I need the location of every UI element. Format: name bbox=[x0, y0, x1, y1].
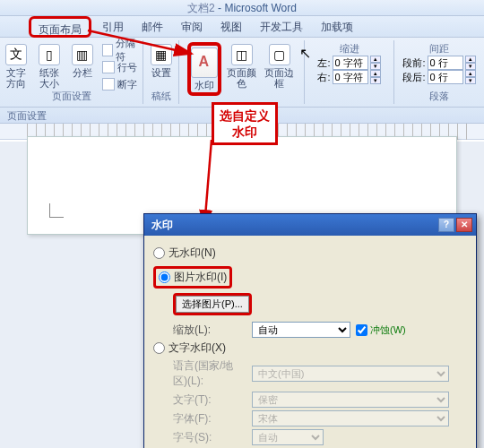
document-name: 文档2 bbox=[187, 2, 215, 14]
columns-icon: ▥ bbox=[72, 44, 93, 65]
lbl-spacing-after: 段后: bbox=[402, 71, 425, 84]
lbl-page-color: 页面颜色 bbox=[225, 67, 259, 89]
chk-washout[interactable]: 冲蚀(W) bbox=[356, 323, 406, 337]
lbl-spacing: 间距 bbox=[400, 42, 479, 56]
dialog-close-button[interactable]: ✕ bbox=[456, 218, 472, 232]
page-corner-mark bbox=[49, 203, 64, 218]
tab-view[interactable]: 视图 bbox=[212, 16, 251, 38]
btn-columns[interactable]: ▥ 分栏 bbox=[67, 42, 97, 92]
cursor-icon: ↖ bbox=[299, 45, 311, 62]
lbl-page-border: 页面边框 bbox=[263, 67, 297, 89]
select-font: 宋体 bbox=[252, 410, 449, 426]
indent-left: 左: ▴▾ bbox=[317, 56, 380, 70]
btn-paper-size[interactable]: ▯ 纸张大小 bbox=[34, 42, 64, 92]
page-border-icon: ▢ bbox=[269, 44, 290, 65]
btn-line-numbers[interactable]: 行号 bbox=[102, 59, 141, 75]
spin-down[interactable]: ▾ bbox=[370, 77, 381, 84]
row-scale: 缩放(L): 自动 冲蚀(W) bbox=[173, 322, 467, 338]
dialog-help-button[interactable]: ? bbox=[438, 218, 454, 232]
radio-picture-watermark-input[interactable] bbox=[159, 271, 170, 283]
lbl-paper-size: 纸张大小 bbox=[34, 67, 64, 89]
group-label-page-setup: 页面设置 bbox=[0, 90, 143, 103]
spin-down[interactable]: ▾ bbox=[370, 63, 381, 70]
lbl-watermark: 水印 bbox=[194, 80, 214, 90]
btn-text-direction[interactable]: 文 文字方向 bbox=[2, 42, 31, 92]
indent-right: 右: ▴▾ bbox=[317, 70, 380, 84]
tab-mailings[interactable]: 邮件 bbox=[133, 16, 172, 38]
select-picture-button[interactable]: 选择图片(P)... bbox=[176, 296, 249, 313]
radio-text-watermark-input[interactable] bbox=[153, 342, 165, 354]
dialog-body: 无水印(N) 图片水印(I) 选择图片(P)... 缩放(L): 自动 冲蚀(W… bbox=[144, 236, 476, 448]
lbl-columns: 分栏 bbox=[73, 67, 92, 78]
page-color-icon: ◫ bbox=[231, 44, 253, 65]
lbl-language: 语言(国家/地区)(L): bbox=[173, 358, 246, 389]
btn-watermark[interactable]: 水印 bbox=[187, 42, 221, 96]
lbl-spacing-before: 段前: bbox=[402, 56, 425, 70]
annotation-callout: 选自定义水印 bbox=[212, 102, 278, 145]
select-size: 自动 bbox=[252, 429, 324, 445]
ribbon-tabs: 页面布局 引用 邮件 审阅 视图 开发工具 加载项 bbox=[0, 16, 484, 38]
app-name: Microsoft Word bbox=[224, 2, 296, 14]
radio-picture-watermark[interactable]: 图片水印(I) bbox=[153, 266, 232, 289]
lbl-washout: 冲蚀(W) bbox=[370, 323, 406, 337]
chk-washout-input[interactable] bbox=[356, 324, 367, 336]
select-scale[interactable]: 自动 bbox=[252, 322, 350, 338]
btn-breaks[interactable]: 分隔符 bbox=[102, 42, 141, 58]
input-spacing-after[interactable] bbox=[428, 70, 463, 84]
spin-up[interactable]: ▴ bbox=[465, 70, 476, 77]
lbl-indent: 缩进 bbox=[310, 42, 388, 56]
breaks-icon bbox=[102, 44, 113, 56]
spacing-before: 段前: ▴▾ bbox=[402, 56, 475, 70]
group-draft: ▦ 设置 稿纸 bbox=[143, 40, 179, 104]
spin-up[interactable]: ▴ bbox=[370, 56, 381, 63]
tab-addins[interactable]: 加载项 bbox=[312, 16, 362, 38]
radio-text-watermark[interactable]: 文字水印(X) bbox=[153, 340, 467, 356]
group-spacing: 间距 段前: ▴▾ 段后: ▴▾ 段落 bbox=[394, 40, 484, 104]
watermark-icon bbox=[191, 47, 218, 78]
tab-developer[interactable]: 开发工具 bbox=[251, 16, 312, 38]
radio-no-watermark[interactable]: 无水印(N) bbox=[153, 246, 467, 261]
btn-page-border[interactable]: ▢ 页面边框 bbox=[263, 42, 297, 96]
select-text: 保密 bbox=[252, 392, 449, 408]
group-page-setup: 文 文字方向 ▯ 纸张大小 ▥ 分栏 分隔符 行号 断字 页面设置 bbox=[0, 40, 143, 104]
spin-down[interactable]: ▾ bbox=[465, 77, 476, 84]
lbl-no-watermark: 无水印(N) bbox=[169, 246, 216, 261]
spin-up[interactable]: ▴ bbox=[465, 56, 476, 63]
lbl-size: 字号(S): bbox=[173, 430, 246, 445]
tab-page-layout[interactable]: 页面布局 bbox=[29, 16, 91, 38]
dialog-title: 水印 bbox=[151, 218, 173, 233]
lbl-font: 字体(F): bbox=[173, 411, 246, 426]
radio-no-watermark-input[interactable] bbox=[153, 247, 165, 259]
lbl-text-watermark: 文字水印(X) bbox=[169, 340, 226, 356]
watermark-dialog: 水印 ? ✕ 无水印(N) 图片水印(I) 选择图片(P)... 缩放(L): … bbox=[143, 213, 477, 448]
dialog-titlebar[interactable]: 水印 ? ✕ bbox=[144, 214, 476, 236]
row-font: 字体(F): 宋体 bbox=[173, 410, 467, 426]
theme-setup-icon: ▦ bbox=[151, 44, 172, 65]
row-text: 文字(T): 保密 bbox=[173, 392, 467, 408]
lbl-text-direction: 文字方向 bbox=[2, 67, 31, 89]
row-size: 字号(S): 自动 bbox=[173, 429, 467, 445]
spacing-after: 段后: ▴▾ bbox=[402, 70, 475, 84]
ribbon: 文 文字方向 ▯ 纸张大小 ▥ 分栏 分隔符 行号 断字 页面设置 ▦ 设置 稿… bbox=[0, 38, 484, 108]
lbl-indent-right: 右: bbox=[317, 71, 330, 84]
select-language: 中文(中国) bbox=[252, 366, 449, 382]
spin-down[interactable]: ▾ bbox=[465, 63, 476, 70]
input-indent-left[interactable] bbox=[333, 56, 368, 70]
hyphenation-icon bbox=[102, 78, 115, 90]
line-numbers-icon bbox=[102, 61, 115, 73]
input-indent-right[interactable] bbox=[333, 70, 368, 84]
lbl-picture-watermark: 图片水印(I) bbox=[174, 270, 227, 285]
text-direction-icon: 文 bbox=[5, 44, 27, 65]
row-language: 语言(国家/地区)(L): 中文(中国) bbox=[173, 358, 467, 389]
lbl-scale: 缩放(L): bbox=[173, 323, 246, 338]
tab-review[interactable]: 审阅 bbox=[172, 16, 212, 38]
lbl-text: 文字(T): bbox=[173, 392, 246, 408]
tab-references[interactable]: 引用 bbox=[93, 16, 133, 38]
input-spacing-before[interactable] bbox=[428, 56, 463, 70]
select-picture-wrap: 选择图片(P)... bbox=[173, 293, 252, 315]
btn-theme-setup[interactable]: ▦ 设置 bbox=[144, 42, 178, 78]
lbl-theme-setup: 设置 bbox=[151, 67, 171, 78]
spin-up[interactable]: ▴ bbox=[370, 70, 381, 77]
btn-page-color[interactable]: ◫ 页面颜色 bbox=[225, 42, 259, 96]
group-label-paragraph: 段落 bbox=[394, 90, 484, 103]
